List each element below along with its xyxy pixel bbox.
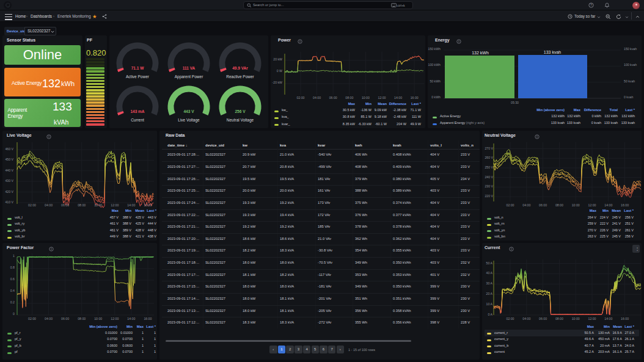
svg-text:?: ? <box>590 3 592 7</box>
